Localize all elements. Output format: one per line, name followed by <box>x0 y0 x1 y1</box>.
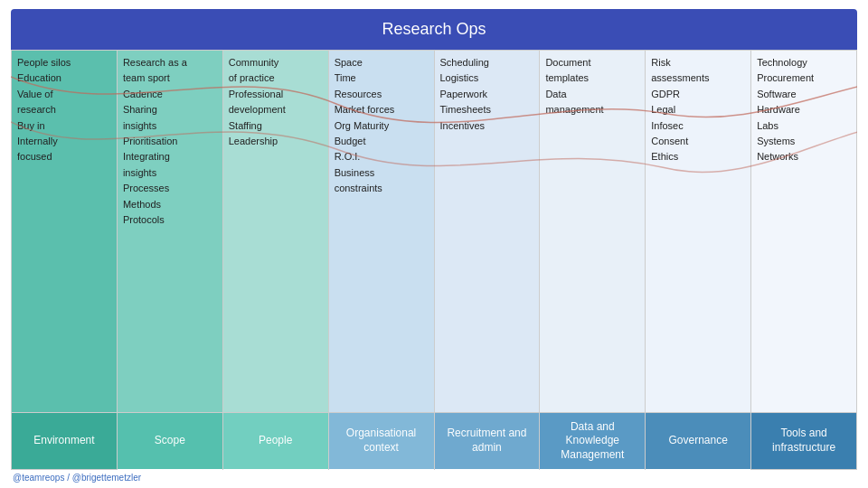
body-text: assessments <box>651 71 745 85</box>
body-cell-org-context: SpaceTimeResourcesMarket forcesOrg Matur… <box>328 50 434 413</box>
footer-cell-scope: Scope <box>117 413 222 470</box>
body-text: Market forces <box>335 103 429 117</box>
body-text: management <box>545 103 639 117</box>
footer-cell-org-context: Organisational context <box>328 413 434 470</box>
body-text: team sport <box>123 71 217 85</box>
body-text: Internally <box>17 135 111 148</box>
body-text: insights <box>123 166 217 180</box>
body-text: Protocols <box>123 213 217 227</box>
footer-label: Scope <box>118 413 222 469</box>
body-cell-recruitment: SchedulingLogisticsPaperworkTimesheetsIn… <box>434 50 540 413</box>
body-text: research <box>17 103 111 117</box>
body-text: R.O.I. <box>335 150 429 164</box>
body-text: Staffing <box>229 119 323 133</box>
body-text: Labs <box>757 119 851 133</box>
body-text: Data <box>545 88 639 101</box>
footer-cell-tools: Tools and infrastructure <box>750 413 857 470</box>
body-text: Business <box>335 166 429 180</box>
footer-label: Environment <box>12 413 117 469</box>
body-text: Value of <box>17 88 111 101</box>
body-text: Incentives <box>440 119 534 133</box>
body-text: Ethics <box>651 150 745 164</box>
body-text: Leadership <box>229 135 323 148</box>
body-text: Infosec <box>651 119 745 133</box>
body-text: Research as a <box>123 56 217 70</box>
footer-label: Tools and infrastructure <box>751 413 856 469</box>
body-text: Integrating <box>123 150 217 164</box>
body-text: Document <box>545 56 639 70</box>
body-text: Processes <box>123 182 217 195</box>
footer-cell-governance: Governance <box>645 413 750 470</box>
body-text: Logistics <box>440 71 534 85</box>
footer-label: People <box>223 413 328 469</box>
footer-cell-environment: Environment <box>11 413 117 470</box>
main-table: People silosEducationValue ofresearchBuy… <box>11 50 857 470</box>
body-text: templates <box>545 71 639 85</box>
body-cell-governance: RiskassessmentsGDPRLegalInfosecConsentEt… <box>645 50 750 413</box>
body-cell-people: Communityof practiceProfessionaldevelopm… <box>222 50 328 413</box>
body-text: Education <box>17 71 111 85</box>
footer-cell-people: People <box>222 413 328 470</box>
body-text: Resources <box>335 88 429 101</box>
body-text: Scheduling <box>440 56 534 70</box>
body-cell-scope: Research as ateam sportCadenceSharingins… <box>117 50 222 413</box>
attribution-text: @teamreops / @brigettemetzler <box>11 470 857 483</box>
body-text: focused <box>17 150 111 164</box>
footer-label: Governance <box>646 413 750 469</box>
body-text: Professional <box>229 88 323 101</box>
footer-label: Data and Knowledge Management <box>540 413 645 469</box>
body-text: Sharing <box>123 103 217 117</box>
body-text: Budget <box>335 135 429 148</box>
page-title: Research Ops <box>382 20 486 38</box>
body-text: Timesheets <box>440 103 534 117</box>
header-bar: Research Ops <box>11 9 857 50</box>
body-text: Legal <box>651 103 745 117</box>
body-text: Technology <box>757 56 851 70</box>
body-cell-data-knowledge: DocumenttemplatesDatamanagement <box>539 50 645 413</box>
app-container: Research Ops People silosEducationValue … <box>0 0 868 488</box>
body-text: development <box>229 103 323 117</box>
body-text: GDPR <box>651 88 745 101</box>
footer-label: Organisational context <box>329 413 434 469</box>
body-text: Systems <box>757 135 851 148</box>
body-text: Software <box>757 88 851 101</box>
body-text: People silos <box>17 56 111 70</box>
body-text: Consent <box>651 135 745 148</box>
body-text: Procurement <box>757 71 851 85</box>
body-text: Community <box>229 56 323 70</box>
body-text: Time <box>335 71 429 85</box>
body-text: Paperwork <box>440 88 534 101</box>
body-text: Prioritisation <box>123 135 217 148</box>
body-area: People silosEducationValue ofresearchBuy… <box>11 50 857 413</box>
body-text: insights <box>123 119 217 133</box>
body-text: Org Maturity <box>335 119 429 133</box>
body-cell-tools: TechnologyProcurementSoftwareHardwareLab… <box>750 50 857 413</box>
body-text: Space <box>335 56 429 70</box>
body-text: Hardware <box>757 103 851 117</box>
body-text: Risk <box>651 56 745 70</box>
footer-cell-data-knowledge: Data and Knowledge Management <box>539 413 645 470</box>
footer-row: EnvironmentScopePeopleOrganisational con… <box>11 413 857 470</box>
body-text: Cadence <box>123 88 217 101</box>
body-text: Methods <box>123 198 217 211</box>
body-text: constraints <box>335 182 429 195</box>
body-text: Networks <box>757 150 851 164</box>
footer-label: Recruitment and admin <box>435 413 540 469</box>
body-text: of practice <box>229 71 323 85</box>
body-text: Buy in <box>17 119 111 133</box>
footer-cell-recruitment: Recruitment and admin <box>434 413 540 470</box>
body-cell-environment: People silosEducationValue ofresearchBuy… <box>11 50 117 413</box>
